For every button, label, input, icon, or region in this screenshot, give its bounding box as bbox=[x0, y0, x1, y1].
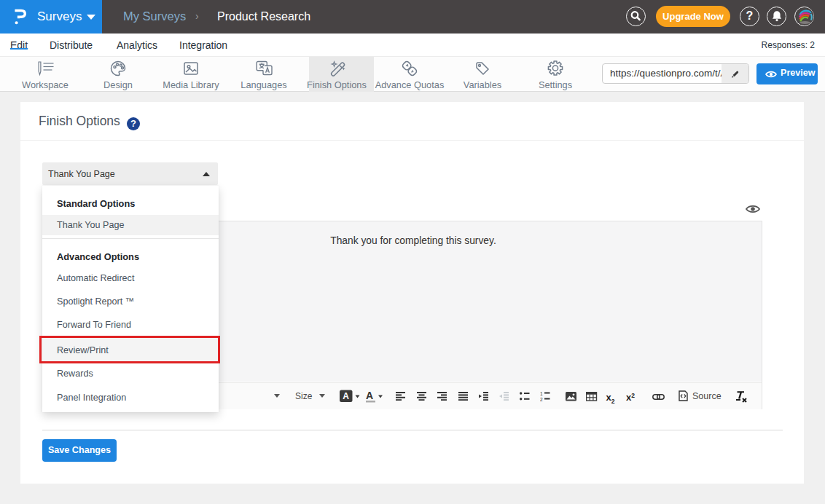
svg-text:A: A bbox=[366, 390, 373, 401]
svg-text:2: 2 bbox=[540, 397, 543, 401]
svg-text:A: A bbox=[343, 391, 349, 401]
svg-text:1: 1 bbox=[540, 391, 543, 396]
